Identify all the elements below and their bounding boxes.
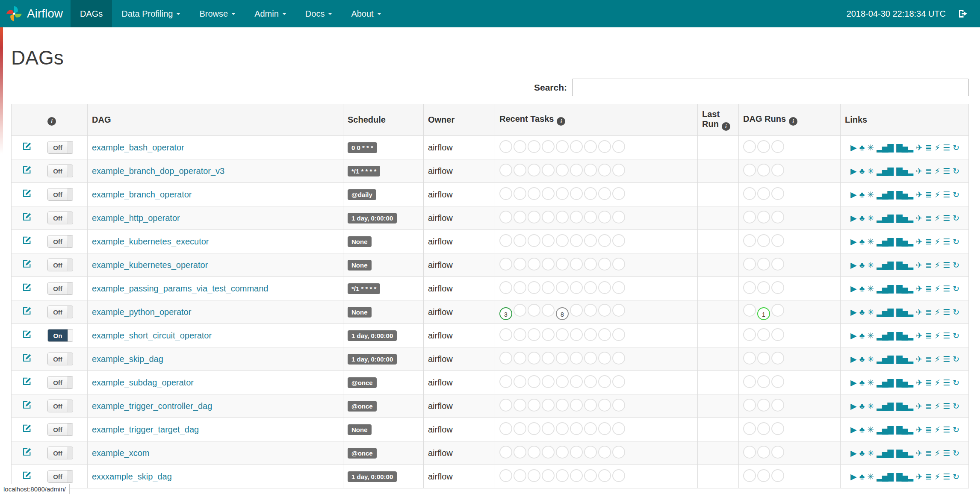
- task-tries-icon[interactable]: ▇▅▂: [896, 237, 912, 247]
- edit-icon[interactable]: [23, 142, 32, 151]
- recent-task-circle[interactable]: [612, 422, 625, 435]
- recent-task-circle[interactable]: [528, 234, 540, 247]
- recent-task-circle[interactable]: [556, 422, 569, 435]
- logs-icon[interactable]: ☰: [943, 143, 949, 153]
- recent-task-circle[interactable]: [514, 352, 526, 365]
- dag-run-circle[interactable]: 1: [757, 307, 770, 320]
- dag-run-circle[interactable]: [743, 281, 756, 294]
- info-icon[interactable]: i: [47, 117, 56, 126]
- code-view-icon[interactable]: ⚡: [935, 190, 939, 200]
- trigger-dag-icon[interactable]: ▶: [850, 143, 856, 153]
- code-view-icon[interactable]: ⚡: [935, 401, 939, 411]
- recent-task-circle[interactable]: [556, 281, 569, 294]
- task-tries-icon[interactable]: ▇▅▂: [896, 260, 912, 270]
- task-tries-icon[interactable]: ▇▅▂: [896, 307, 912, 317]
- edit-icon[interactable]: [23, 283, 32, 292]
- graph-view-icon[interactable]: ✳: [867, 331, 873, 341]
- recent-task-circle[interactable]: [570, 281, 583, 294]
- task-duration-icon[interactable]: ▂▅▇: [877, 284, 893, 294]
- recent-task-circle[interactable]: [514, 399, 526, 412]
- dag-run-circle[interactable]: [757, 375, 770, 388]
- edit-icon[interactable]: [23, 471, 32, 480]
- pause-toggle[interactable]: Off: [47, 165, 73, 177]
- dag-run-circle[interactable]: [771, 352, 784, 365]
- trigger-dag-icon[interactable]: ▶: [850, 472, 856, 482]
- code-view-icon[interactable]: ⚡: [935, 307, 939, 317]
- logs-icon[interactable]: ☰: [943, 190, 949, 200]
- schedule-badge[interactable]: 1 day, 0:00:00: [348, 330, 397, 341]
- dag-run-circle[interactable]: [757, 469, 770, 482]
- trigger-dag-icon[interactable]: ▶: [850, 307, 856, 317]
- task-tries-icon[interactable]: ▇▅▂: [896, 331, 912, 341]
- refresh-icon[interactable]: ↻: [953, 354, 959, 364]
- task-duration-icon[interactable]: ▂▅▇: [877, 190, 893, 200]
- trigger-dag-icon[interactable]: ▶: [850, 284, 856, 294]
- pause-toggle[interactable]: Off: [47, 282, 73, 295]
- trigger-dag-icon[interactable]: ▶: [850, 237, 856, 247]
- dag-link[interactable]: example_xcom: [92, 448, 150, 458]
- recent-task-circle[interactable]: 3: [499, 307, 512, 320]
- dag-run-circle[interactable]: [743, 375, 756, 388]
- logs-icon[interactable]: ☰: [943, 331, 949, 341]
- dag-run-circle[interactable]: [743, 328, 756, 341]
- dag-run-circle[interactable]: [743, 211, 756, 223]
- gantt-icon[interactable]: ≣: [925, 143, 931, 153]
- tree-view-icon[interactable]: ♣: [859, 472, 864, 482]
- edit-icon[interactable]: [23, 236, 32, 245]
- tree-view-icon[interactable]: ♣: [859, 331, 864, 341]
- dag-run-circle[interactable]: [771, 469, 784, 482]
- recent-task-circle[interactable]: [556, 328, 569, 341]
- recent-task-circle[interactable]: [612, 352, 625, 365]
- tree-view-icon[interactable]: ♣: [859, 143, 864, 153]
- edit-icon[interactable]: [23, 400, 32, 409]
- tree-view-icon[interactable]: ♣: [859, 167, 864, 176]
- recent-task-circle[interactable]: [499, 211, 512, 223]
- pause-toggle[interactable]: Off: [47, 447, 73, 459]
- recent-task-circle[interactable]: [598, 399, 611, 412]
- recent-task-circle[interactable]: [542, 446, 555, 459]
- recent-task-circle[interactable]: [556, 375, 569, 388]
- graph-view-icon[interactable]: ✳: [867, 190, 873, 200]
- recent-task-circle[interactable]: [584, 352, 597, 365]
- recent-task-circle[interactable]: [612, 187, 625, 200]
- info-icon[interactable]: i: [722, 122, 730, 131]
- pause-toggle[interactable]: On: [47, 329, 73, 342]
- landing-times-icon[interactable]: ✈: [916, 190, 922, 200]
- dag-run-circle[interactable]: [757, 140, 770, 153]
- schedule-badge[interactable]: @once: [348, 401, 377, 412]
- recent-task-circle[interactable]: [598, 422, 611, 435]
- schedule-badge[interactable]: @once: [348, 448, 377, 459]
- trigger-dag-icon[interactable]: ▶: [850, 378, 856, 388]
- recent-task-circle[interactable]: [584, 469, 597, 482]
- landing-times-icon[interactable]: ✈: [916, 425, 922, 435]
- task-tries-icon[interactable]: ▇▅▂: [896, 213, 912, 223]
- recent-task-circle[interactable]: [612, 399, 625, 412]
- recent-task-circle[interactable]: [514, 164, 526, 176]
- trigger-dag-icon[interactable]: ▶: [850, 354, 856, 364]
- refresh-icon[interactable]: ↻: [953, 307, 959, 317]
- dag-run-circle[interactable]: [771, 422, 784, 435]
- recent-task-circle[interactable]: [556, 446, 569, 459]
- task-tries-icon[interactable]: ▇▅▂: [896, 472, 912, 482]
- recent-task-circle[interactable]: [612, 328, 625, 341]
- code-view-icon[interactable]: ⚡: [935, 213, 939, 223]
- refresh-icon[interactable]: ↻: [953, 190, 959, 200]
- pause-toggle[interactable]: Off: [47, 188, 73, 201]
- recent-task-circle[interactable]: [556, 140, 569, 153]
- recent-task-circle[interactable]: [612, 234, 625, 247]
- recent-task-circle[interactable]: [556, 234, 569, 247]
- recent-task-circle[interactable]: [514, 187, 526, 200]
- search-input[interactable]: [572, 79, 969, 96]
- pause-toggle[interactable]: Off: [47, 141, 73, 154]
- landing-times-icon[interactable]: ✈: [916, 401, 922, 411]
- dag-run-circle[interactable]: [771, 304, 784, 317]
- recent-task-circle[interactable]: [584, 281, 597, 294]
- refresh-icon[interactable]: ↻: [953, 260, 959, 270]
- pause-toggle[interactable]: Off: [47, 353, 73, 365]
- task-tries-icon[interactable]: ▇▅▂: [896, 143, 912, 153]
- trigger-dag-icon[interactable]: ▶: [850, 448, 856, 458]
- recent-task-circle[interactable]: [528, 187, 540, 200]
- recent-task-circle[interactable]: [584, 258, 597, 271]
- trigger-dag-icon[interactable]: ▶: [850, 331, 856, 341]
- graph-view-icon[interactable]: ✳: [867, 378, 873, 388]
